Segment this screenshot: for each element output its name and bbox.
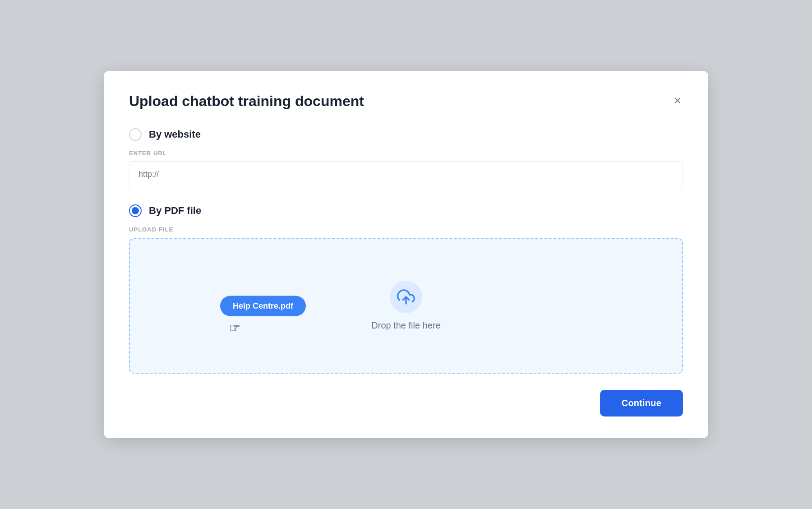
upload-icon-circle xyxy=(390,281,422,313)
by-website-radio-row[interactable]: By website xyxy=(129,128,683,141)
upload-modal: Upload chatbot training document × By we… xyxy=(104,71,708,438)
modal-overlay: Upload chatbot training document × By we… xyxy=(0,0,812,509)
by-pdf-section: By PDF file UPLOAD FILE Help Centre.pdf … xyxy=(129,204,683,374)
modal-footer: Continue xyxy=(129,390,683,416)
by-pdf-radio[interactable] xyxy=(129,204,142,217)
drop-text: Drop the file here xyxy=(371,320,440,331)
by-website-label: By website xyxy=(149,129,201,140)
by-pdf-radio-row[interactable]: By PDF file xyxy=(129,204,683,217)
modal-header: Upload chatbot training document × xyxy=(129,93,683,110)
file-tag[interactable]: Help Centre.pdf xyxy=(220,296,306,316)
upload-cloud-icon xyxy=(397,288,415,306)
url-input[interactable] xyxy=(129,161,683,188)
url-field-label: ENTER URL xyxy=(129,150,683,157)
drop-zone-content: Drop the file here xyxy=(371,281,440,331)
by-website-radio[interactable] xyxy=(129,128,142,141)
drop-zone[interactable]: Help Centre.pdf ☞ Drop the file here xyxy=(129,238,683,374)
modal-title: Upload chatbot training document xyxy=(129,93,364,110)
close-button[interactable]: × xyxy=(672,93,683,109)
cursor-icon: ☞ xyxy=(229,320,240,335)
by-website-section: By website ENTER URL xyxy=(129,128,683,188)
upload-file-label: UPLOAD FILE xyxy=(129,226,683,233)
continue-button[interactable]: Continue xyxy=(600,390,683,416)
by-pdf-label: By PDF file xyxy=(149,205,201,217)
